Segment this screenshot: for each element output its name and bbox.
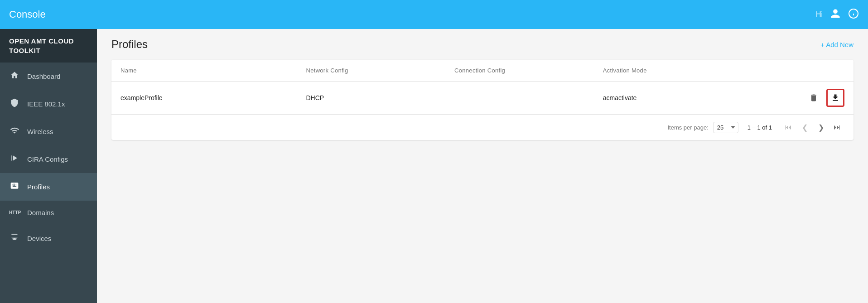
- sidebar-item-profiles[interactable]: Profiles: [0, 173, 97, 201]
- last-page-button[interactable]: ⏭: [830, 120, 844, 135]
- next-page-button[interactable]: ❯: [814, 120, 828, 135]
- cell-name: exampleProfile: [111, 82, 297, 115]
- sidebar-label-domains: Domains: [27, 209, 54, 216]
- col-header-actions: [742, 60, 854, 82]
- profiles-icon: [9, 181, 20, 192]
- col-header-activation: Activation Mode: [594, 60, 743, 82]
- page-header: Profiles + Add New: [97, 29, 868, 60]
- profiles-table-container: Name Network Config Connection Config Ac…: [111, 60, 854, 140]
- sidebar-label-dashboard: Dashboard: [27, 72, 60, 80]
- header-title: Console: [9, 9, 46, 20]
- sidebar-label-ieee8021x: IEEE 802.1x: [27, 100, 65, 108]
- profiles-table: Name Network Config Connection Config Ac…: [111, 60, 854, 114]
- items-per-page-label: Items per page:: [667, 124, 708, 131]
- page-title: Profiles: [111, 38, 148, 51]
- sidebar-label-cira: CIRA Configs: [27, 155, 68, 163]
- sidebar-item-devices[interactable]: Devices: [0, 225, 97, 252]
- cell-connection-config: [445, 82, 594, 115]
- sidebar-item-wireless[interactable]: Wireless: [0, 118, 97, 145]
- sidebar: OPEN AMT CLOUD TOOLKIT Dashboard IEEE 80…: [0, 29, 97, 303]
- table-header: Name Network Config Connection Config Ac…: [111, 60, 854, 82]
- prev-page-button[interactable]: ❮: [797, 120, 812, 135]
- sidebar-item-cira-configs[interactable]: CIRA Configs: [0, 145, 97, 173]
- first-page-button[interactable]: ⏮: [781, 120, 796, 135]
- page-info: 1 – 1 of 1: [747, 124, 772, 131]
- per-page-select[interactable]: 25 10 50 100: [713, 122, 738, 133]
- delete-button[interactable]: [805, 89, 823, 107]
- add-new-button[interactable]: + Add New: [820, 41, 854, 48]
- main-layout: OPEN AMT CLOUD TOOLKIT Dashboard IEEE 80…: [0, 29, 868, 303]
- top-header: Console Hi: [0, 0, 868, 29]
- header-icons: Hi: [816, 8, 859, 21]
- app-logo: OPEN AMT CLOUD TOOLKIT: [0, 29, 97, 63]
- wireless-icon: [9, 126, 20, 137]
- pagination: Items per page: 25 10 50 100 1 – 1 of 1 …: [111, 114, 854, 140]
- sidebar-label-profiles: Profiles: [27, 183, 50, 191]
- sidebar-label-devices: Devices: [27, 235, 51, 242]
- sidebar-item-dashboard[interactable]: Dashboard: [0, 63, 97, 90]
- cira-icon: [9, 154, 20, 165]
- cell-actions: [742, 82, 854, 115]
- dashboard-icon: [9, 71, 20, 82]
- shield-icon: [9, 98, 20, 110]
- table-body: exampleProfile DHCP acmactivate: [111, 82, 854, 115]
- info-icon[interactable]: [848, 8, 859, 21]
- nav-buttons: ⏮ ❮ ❯ ⏭: [781, 120, 844, 135]
- user-icon[interactable]: [830, 8, 841, 21]
- table-row: exampleProfile DHCP acmactivate: [111, 82, 854, 115]
- cell-activation-mode: acmactivate: [594, 82, 743, 115]
- items-per-page: Items per page: 25 10 50 100: [667, 122, 738, 133]
- header-left: Console: [0, 9, 46, 20]
- col-header-connection: Connection Config: [445, 60, 594, 82]
- col-header-name: Name: [111, 60, 297, 82]
- sidebar-item-ieee8021x[interactable]: IEEE 802.1x: [0, 90, 97, 118]
- devices-icon: [9, 233, 20, 244]
- download-button[interactable]: [826, 89, 844, 107]
- col-header-network: Network Config: [297, 60, 446, 82]
- sidebar-item-domains[interactable]: HTTP Domains: [0, 201, 97, 225]
- content-area: Profiles + Add New Name Network Config C…: [97, 29, 868, 303]
- domains-icon: HTTP: [9, 210, 20, 215]
- hi-text: Hi: [816, 10, 823, 19]
- cell-network-config: DHCP: [297, 82, 446, 115]
- action-buttons: [751, 89, 844, 107]
- sidebar-label-wireless: Wireless: [27, 128, 53, 135]
